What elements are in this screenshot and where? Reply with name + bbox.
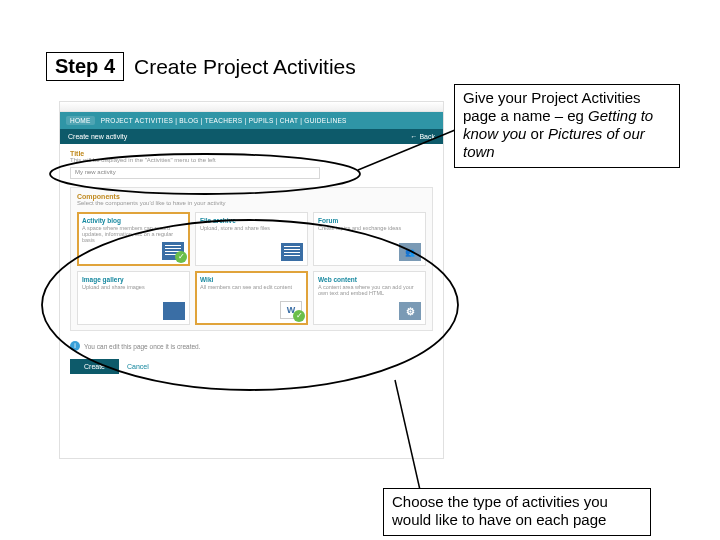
card-desc: A content area where you can add your ow… [318, 284, 421, 296]
edit-note-text: You can edit this page once it is create… [84, 343, 200, 350]
card-desc: Create topics and exchange ideas [318, 225, 421, 231]
ss-page-bar: Create new activity ← Back [60, 129, 443, 144]
ss-nav: HOME PROJECT ACTIVITIES | BLOG | TEACHER… [60, 112, 443, 129]
create-button[interactable]: Create [70, 359, 119, 374]
card-title: Image gallery [82, 276, 185, 283]
slide-title: Create Project Activities [134, 55, 356, 79]
callout-mid: or [526, 125, 548, 142]
components-grid: Activity blogA space where members can r… [77, 212, 426, 325]
embedded-screenshot: HOME PROJECT ACTIVITIES | BLOG | TEACHER… [59, 101, 444, 459]
component-card-wiki[interactable]: WikiAll members can see and edit content… [195, 271, 308, 325]
edit-note: i You can edit this page once it is crea… [70, 341, 433, 351]
card-desc: All members can see and edit content [200, 284, 303, 290]
back-link[interactable]: ← Back [410, 133, 435, 140]
page-bar-title: Create new activity [68, 133, 127, 140]
nav-home[interactable]: HOME [66, 116, 95, 125]
ss-header-gradient [60, 102, 443, 112]
card-icon: ⚙ [399, 302, 421, 320]
card-title: Forum [318, 217, 421, 224]
card-title: File archive [200, 217, 303, 224]
card-icon: 👥 [399, 243, 421, 261]
card-desc: Upload and share images [82, 284, 185, 290]
callout-name-project: Give your Project Activities page a name… [454, 84, 680, 168]
ss-body: Title This will be displayed in the "Act… [60, 144, 443, 380]
check-icon: ✓ [293, 310, 305, 322]
nav-items: PROJECT ACTIVITIES | BLOG | TEACHERS | P… [101, 117, 347, 124]
component-card-web-content[interactable]: Web contentA content area where you can … [313, 271, 426, 325]
cancel-button[interactable]: Cancel [127, 363, 149, 370]
callout-choose-activities: Choose the type of activities you would … [383, 488, 651, 536]
card-title: Activity blog [82, 217, 185, 224]
card-icon [163, 302, 185, 320]
card-desc: Upload, store and share files [200, 225, 303, 231]
title-label: Title [70, 150, 433, 157]
component-card-file-archive[interactable]: File archiveUpload, store and share file… [195, 212, 308, 266]
component-card-image-gallery[interactable]: Image galleryUpload and share images [77, 271, 190, 325]
component-card-activity-blog[interactable]: Activity blogA space where members can r… [77, 212, 190, 266]
components-panel: Components Select the components you'd l… [70, 187, 433, 331]
title-hint: This will be displayed in the "Activitie… [70, 157, 433, 163]
title-input[interactable]: My new activity [70, 167, 320, 179]
card-icon [281, 243, 303, 261]
step-box: Step 4 [46, 52, 124, 81]
slide-header: Step 4 Create Project Activities [46, 52, 356, 81]
components-hint: Select the components you'd like to have… [77, 200, 426, 206]
components-label: Components [77, 193, 426, 200]
actions-row: Create Cancel [70, 359, 433, 374]
component-card-forum[interactable]: ForumCreate topics and exchange ideas👥 [313, 212, 426, 266]
info-icon: i [70, 341, 80, 351]
card-desc: A space where members can record updates… [82, 225, 185, 243]
check-icon: ✓ [175, 251, 187, 263]
card-title: Web content [318, 276, 421, 283]
card-title: Wiki [200, 276, 303, 283]
